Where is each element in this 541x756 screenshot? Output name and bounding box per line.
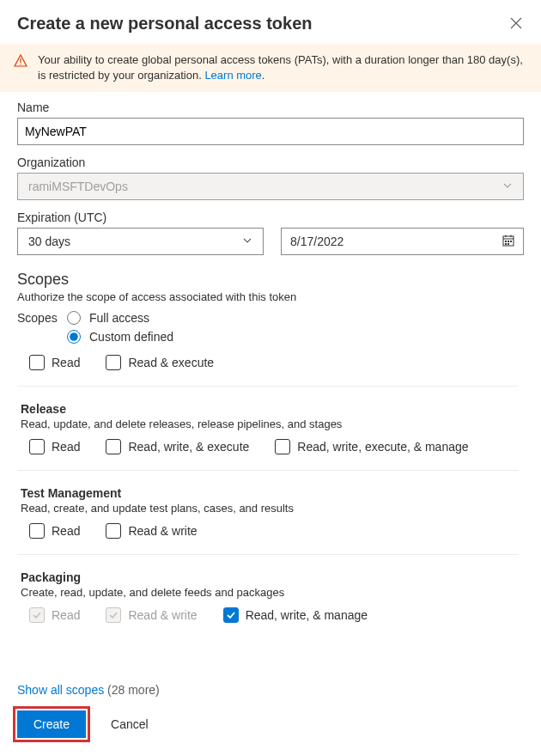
scope-desc: Read, update, and delete releases, relea… [21, 418, 519, 430]
expiration-date-input[interactable]: 8/17/2022 [281, 228, 524, 255]
svg-rect-6 [505, 241, 507, 242]
checkbox[interactable] [106, 355, 121, 370]
scopes-radio-label: Scopes [17, 308, 60, 325]
perm-release-rwem[interactable]: Read, write, execute, & manage [275, 439, 468, 454]
warning-icon [14, 54, 27, 72]
scopes-subtitle: Authorize the scope of access associated… [17, 290, 524, 303]
custom-defined-radio[interactable] [67, 330, 81, 344]
scopes-scroll-area[interactable]: Read Read & execute Release Read, update… [17, 355, 524, 673]
page-title: Create a new personal access token [17, 14, 313, 34]
expiration-select[interactable]: 30 days [17, 228, 264, 255]
checkbox-checked[interactable] [223, 607, 239, 623]
checkbox[interactable] [29, 355, 45, 370]
org-select[interactable]: ramiMSFTDevOps [17, 173, 524, 200]
scopes-heading: Scopes [17, 271, 524, 289]
checkbox[interactable] [106, 439, 121, 454]
expiration-select-value: 30 days [28, 235, 70, 248]
org-select-value: ramiMSFTDevOps [28, 180, 128, 193]
show-all-count: (28 more) [104, 683, 160, 697]
checkbox[interactable] [106, 523, 121, 539]
close-icon [510, 17, 522, 29]
scope-title: Test Management [21, 486, 519, 500]
cancel-button[interactable]: Cancel [94, 710, 165, 738]
checkbox-disabled [106, 607, 121, 623]
perm-test-read[interactable]: Read [29, 523, 80, 539]
perm-read-execute[interactable]: Read & execute [106, 355, 214, 370]
checkbox[interactable] [29, 523, 45, 539]
checkbox[interactable] [29, 439, 45, 454]
svg-rect-10 [508, 243, 509, 245]
create-button[interactable]: Create [17, 710, 86, 738]
name-label: Name [17, 101, 524, 114]
name-input[interactable] [17, 118, 524, 145]
svg-rect-7 [508, 241, 509, 242]
svg-rect-0 [20, 58, 21, 63]
org-label: Organization [17, 155, 524, 169]
scope-title: Packaging [21, 570, 519, 584]
scope-title: Release [21, 402, 519, 416]
chevron-down-icon [502, 180, 513, 193]
scope-desc: Create, read, update, and delete feeds a… [21, 586, 519, 599]
scope-desc: Read, create, and update test plans, cas… [21, 502, 519, 515]
checkbox-disabled [29, 607, 45, 623]
perm-packaging-read: Read [29, 607, 80, 623]
svg-rect-1 [20, 64, 21, 64]
expiration-label: Expiration (UTC) [17, 210, 524, 224]
warning-learn-more-link[interactable]: Learn more [204, 69, 261, 82]
svg-rect-8 [510, 241, 512, 242]
warning-text: Your ability to create global personal a… [38, 52, 527, 83]
perm-read[interactable]: Read [29, 355, 80, 370]
scope-group-packaging: Packaging Create, read, update, and dele… [17, 554, 519, 638]
perm-release-rwe[interactable]: Read, write, & execute [106, 439, 249, 454]
scope-group-test: Test Management Read, create, and update… [17, 470, 519, 554]
warning-text-body: Your ability to create global personal a… [38, 53, 523, 82]
scope-radio-full-access[interactable]: Full access [67, 308, 173, 327]
svg-rect-9 [505, 243, 507, 245]
warning-banner: Your ability to create global personal a… [0, 44, 541, 92]
full-access-radio[interactable] [67, 311, 81, 325]
perm-packaging-rwm[interactable]: Read, write, & manage [223, 607, 368, 623]
expiration-date-value: 8/17/2022 [290, 235, 343, 248]
scope-radio-custom[interactable]: Custom defined [67, 327, 173, 346]
close-button[interactable] [510, 17, 524, 31]
perm-packaging-rw: Read & write [106, 607, 197, 623]
scope-group-release: Release Read, update, and delete release… [17, 386, 519, 470]
scope-group-partial: Read Read & execute [17, 355, 519, 386]
show-all-scopes-link[interactable]: Show all scopes [17, 683, 104, 697]
perm-test-rw[interactable]: Read & write [106, 523, 197, 539]
perm-release-read[interactable]: Read [29, 439, 80, 454]
calendar-icon [502, 235, 514, 249]
checkbox[interactable] [275, 439, 290, 454]
chevron-down-icon [242, 235, 252, 248]
